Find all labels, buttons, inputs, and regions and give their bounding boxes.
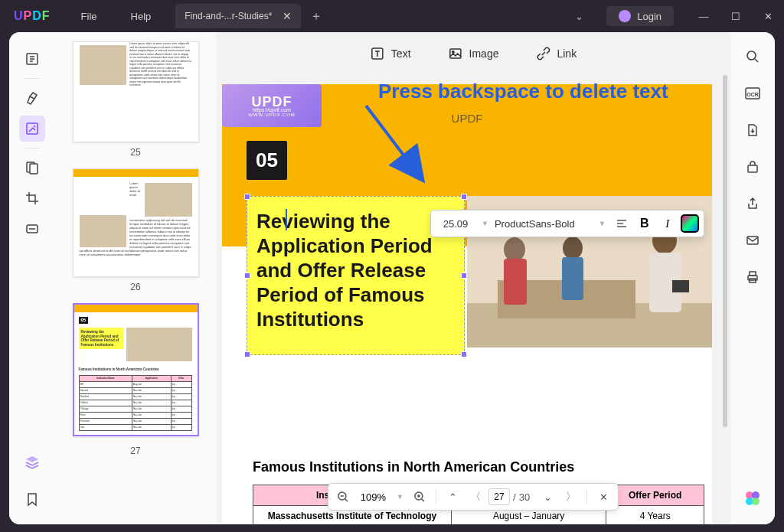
bookmark-icon[interactable] bbox=[19, 486, 45, 512]
zoom-in-button[interactable] bbox=[410, 487, 430, 507]
login-button[interactable]: Login bbox=[606, 6, 674, 26]
text-tool-label: Text bbox=[391, 47, 411, 60]
right-toolbar: OCR bbox=[730, 32, 775, 524]
zoom-out-button[interactable] bbox=[333, 487, 353, 507]
svg-point-11 bbox=[504, 237, 525, 262]
image-tool[interactable]: Image bbox=[448, 46, 499, 61]
tab-title: Find-and-...r-Studies* bbox=[185, 11, 272, 21]
document-canvas[interactable]: Text Image Link UPDF https://updf.com WW… bbox=[216, 32, 730, 524]
thumbnail-26[interactable]: Lorem ipsum dolor sit amet consectetur a… bbox=[73, 168, 199, 277]
resize-handle[interactable] bbox=[244, 194, 250, 200]
table-heading[interactable]: Famous Institutions in North American Co… bbox=[253, 459, 704, 475]
redact-icon[interactable] bbox=[19, 216, 45, 242]
login-label: Login bbox=[637, 11, 662, 22]
svg-point-32 bbox=[752, 498, 760, 505]
titlebar: UPDF File Help Find-and-...r-Studies* ✕ … bbox=[0, 0, 784, 32]
ocr-icon[interactable]: OCR bbox=[742, 83, 763, 104]
svg-rect-24 bbox=[748, 165, 757, 172]
email-icon[interactable] bbox=[742, 230, 763, 251]
svg-point-21 bbox=[747, 51, 756, 60]
main-frame: Lorem ipsum dolor sit amet consec tetur … bbox=[9, 32, 775, 524]
new-tab-button[interactable]: ＋ bbox=[310, 8, 322, 24]
svg-point-13 bbox=[563, 237, 583, 259]
highlighter-icon[interactable] bbox=[19, 85, 45, 111]
watermark-url: https://updf.com bbox=[253, 107, 291, 113]
thumb-label-active: 27 bbox=[130, 446, 140, 456]
page-navigation-toolbar: 109% ▼ ⌃ 〈 / 30 ⌄ 〉 ✕ bbox=[328, 483, 619, 511]
italic-button[interactable]: I bbox=[658, 214, 678, 233]
svg-point-7 bbox=[452, 51, 454, 54]
link-tool[interactable]: Link bbox=[535, 46, 577, 61]
thumbnail-27[interactable]: 05 Reviewing the Application Period and … bbox=[73, 303, 199, 436]
file-menu[interactable]: File bbox=[64, 0, 114, 32]
text-color-button[interactable] bbox=[681, 214, 699, 233]
help-menu[interactable]: Help bbox=[114, 0, 168, 32]
edit-toolbar: Text Image Link bbox=[370, 46, 577, 61]
chapter-number[interactable]: 05 bbox=[247, 141, 287, 180]
close-tab-icon[interactable]: ✕ bbox=[283, 10, 292, 22]
current-page-input[interactable] bbox=[488, 488, 510, 505]
document-page: UPDF https://updf.com WWW.UPDF.COM UPDF … bbox=[222, 84, 712, 524]
text-tool[interactable]: Text bbox=[370, 46, 411, 61]
organize-pages-icon[interactable] bbox=[19, 155, 45, 181]
svg-rect-6 bbox=[450, 49, 461, 58]
ai-assistant-icon[interactable] bbox=[742, 488, 763, 509]
export-icon[interactable] bbox=[742, 119, 763, 141]
last-page-button[interactable]: 〉 bbox=[560, 487, 580, 507]
edit-text-icon[interactable] bbox=[19, 116, 45, 142]
bold-button[interactable]: B bbox=[635, 214, 655, 233]
minimize-button[interactable]: — bbox=[688, 0, 720, 32]
resize-handle[interactable] bbox=[461, 273, 467, 279]
total-pages: 30 bbox=[519, 491, 530, 503]
tabs-overflow-icon[interactable]: ⌄ bbox=[561, 11, 597, 22]
svg-rect-25 bbox=[747, 237, 758, 244]
resize-handle[interactable] bbox=[461, 351, 467, 357]
share-icon[interactable] bbox=[742, 193, 763, 214]
close-toolbar-button[interactable]: ✕ bbox=[593, 487, 613, 507]
resize-handle[interactable] bbox=[244, 351, 250, 357]
annotation-text: Press backspace to delete text bbox=[378, 80, 668, 103]
vertical-scrollbar[interactable] bbox=[723, 75, 727, 427]
svg-rect-3 bbox=[30, 164, 38, 174]
print-icon[interactable] bbox=[742, 266, 763, 288]
maximize-button[interactable]: ☐ bbox=[720, 0, 752, 32]
zoom-dropdown-icon[interactable]: ▼ bbox=[394, 493, 407, 501]
svg-text:OCR: OCR bbox=[746, 92, 759, 97]
reader-mode-icon[interactable] bbox=[19, 46, 45, 72]
image-icon bbox=[448, 46, 463, 61]
link-tool-label: Link bbox=[557, 47, 577, 60]
thumbnail-25[interactable]: Lorem ipsum dolor sit amet consec tetur … bbox=[73, 41, 199, 142]
resize-handle[interactable] bbox=[244, 273, 250, 279]
search-icon[interactable] bbox=[742, 46, 763, 67]
next-page-button[interactable]: ⌄ bbox=[537, 487, 557, 507]
thumb-label: 25 bbox=[69, 147, 202, 158]
svg-rect-14 bbox=[562, 257, 583, 300]
font-family-dropdown-icon[interactable]: ▼ bbox=[596, 220, 609, 227]
svg-rect-27 bbox=[750, 272, 756, 276]
document-tab[interactable]: Find-and-...r-Studies* ✕ bbox=[175, 4, 301, 28]
svg-rect-12 bbox=[504, 259, 527, 305]
align-button[interactable] bbox=[612, 214, 632, 233]
page-updf-label: UPDF bbox=[452, 112, 483, 125]
link-icon bbox=[535, 46, 550, 61]
font-size-dropdown-icon[interactable]: ▼ bbox=[479, 220, 492, 227]
font-size-input[interactable] bbox=[436, 218, 475, 230]
app-logo: UPDF bbox=[0, 9, 64, 23]
first-page-button[interactable]: ⌃ bbox=[443, 487, 462, 507]
text-cursor bbox=[286, 209, 287, 230]
thumbnail-panel[interactable]: Lorem ipsum dolor sit amet consec tetur … bbox=[55, 32, 216, 524]
prev-page-button[interactable]: 〈 bbox=[466, 487, 485, 507]
layers-icon[interactable] bbox=[19, 449, 45, 475]
text-icon bbox=[370, 46, 385, 61]
resize-handle[interactable] bbox=[461, 194, 467, 200]
left-toolbar bbox=[9, 32, 55, 524]
protect-icon[interactable] bbox=[742, 156, 763, 178]
font-family-input[interactable] bbox=[495, 218, 593, 230]
watermark-domain: WWW.UPDF.COM bbox=[248, 113, 296, 117]
col-offer: Offer Period bbox=[606, 485, 704, 506]
zoom-level: 109% bbox=[356, 491, 390, 503]
close-window-button[interactable]: ✕ bbox=[752, 0, 784, 32]
text-format-toolbar: ▼ ▼ B I bbox=[430, 210, 704, 237]
crop-icon[interactable] bbox=[19, 185, 45, 211]
image-tool-label: Image bbox=[469, 47, 499, 60]
